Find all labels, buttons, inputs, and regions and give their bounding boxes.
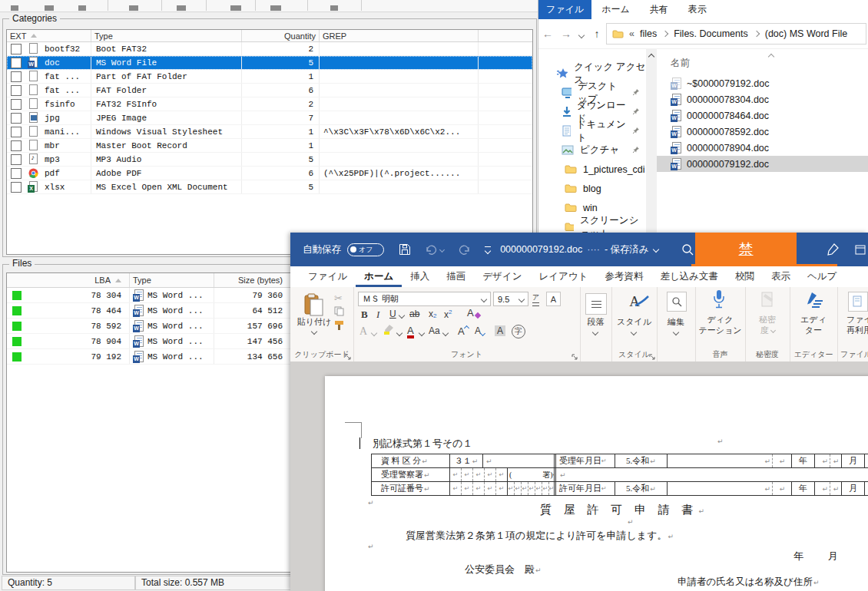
tab-insert[interactable]: 挿入 <box>402 266 438 287</box>
category-row[interactable]: jpg JPEG Image 7 <box>7 111 532 125</box>
up-icon[interactable]: ↑ <box>588 28 606 40</box>
ribbon-display-icon[interactable] <box>855 245 866 255</box>
checkbox[interactable] <box>11 44 22 54</box>
character-border-icon[interactable]: A <box>546 292 561 306</box>
sidebar-scrollbar[interactable] <box>646 48 657 233</box>
category-row[interactable]: fsinfo FAT32 FSInfo 2 <box>7 97 532 111</box>
file-list-item[interactable]: W 000000078304.doc <box>657 91 868 107</box>
tab-view[interactable]: 表示 <box>763 266 799 287</box>
highlight-color-icon[interactable] <box>383 324 394 334</box>
sensitivity-button[interactable] <box>760 291 775 309</box>
superscript-button[interactable]: x2 <box>444 309 452 320</box>
breadcrumb-item[interactable]: Files. Documents <box>674 28 748 39</box>
forward-icon[interactable]: → <box>557 28 575 40</box>
scroll-up-icon[interactable] <box>648 54 654 60</box>
format-painter-icon[interactable] <box>334 320 345 331</box>
explorer-tab-file[interactable]: ファイル <box>538 0 591 19</box>
checkbox[interactable] <box>11 154 22 165</box>
recent-locations-icon[interactable] <box>575 28 588 40</box>
paragraph-button[interactable] <box>585 293 607 315</box>
column-header-quantity[interactable]: Quantity <box>242 30 320 41</box>
sidebar-item-pictures[interactable]: ピクチャ <box>538 140 646 160</box>
checkbox[interactable] <box>11 99 22 110</box>
checkbox[interactable] <box>11 113 22 124</box>
tab-design[interactable]: デザイン <box>474 266 530 287</box>
toolbar-button-fragment[interactable] <box>230 5 241 11</box>
tab-home[interactable]: ホーム <box>356 266 402 287</box>
toolbar-button-fragment[interactable] <box>11 5 18 11</box>
file-list-item[interactable]: W 000000078464.doc <box>657 107 868 124</box>
sidebar-item-folder[interactable]: blog <box>538 179 646 198</box>
column-header-lba[interactable]: LBA <box>7 273 130 287</box>
chevron-down-icon[interactable] <box>631 329 637 335</box>
chevron-down-icon[interactable] <box>419 330 425 336</box>
font-size-combo[interactable]: 9.5 <box>493 292 528 306</box>
file-list-item-selected[interactable]: W 000000079192.doc <box>657 156 868 172</box>
text-effects-icon[interactable]: A <box>359 325 367 338</box>
font-name-combo[interactable]: ＭＳ 明朝 <box>358 292 491 306</box>
breadcrumb-item[interactable]: (doc) MS Word File <box>765 28 847 39</box>
column-header-type[interactable]: Type <box>130 273 214 287</box>
chevron-down-icon[interactable] <box>673 329 679 335</box>
chevron-down-icon[interactable] <box>442 330 449 336</box>
chevron-down-icon[interactable] <box>371 330 377 336</box>
toolbar-button-fragment[interactable] <box>78 5 86 11</box>
cut-icon[interactable]: ✂ <box>334 292 343 304</box>
checkbox[interactable] <box>11 182 22 193</box>
tab-draw[interactable]: 描画 <box>438 266 474 287</box>
find-button[interactable] <box>667 292 687 312</box>
editor-button[interactable] <box>804 290 824 312</box>
copy-icon[interactable] <box>334 306 344 316</box>
change-case-icon[interactable]: Aa <box>429 325 440 336</box>
column-header-ext[interactable]: EXT <box>7 30 91 41</box>
breadcrumb-collapsed[interactable]: « <box>629 28 634 39</box>
back-icon[interactable]: ← <box>538 28 557 40</box>
toolbar-button-fragment[interactable] <box>45 5 54 11</box>
character-shading-icon[interactable]: A <box>495 325 505 336</box>
file-list-item[interactable]: W 000000078592.doc <box>657 124 868 140</box>
chevron-down-icon[interactable] <box>592 329 598 335</box>
checkbox[interactable] <box>11 71 22 82</box>
checkbox[interactable] <box>11 58 22 68</box>
category-row[interactable]: bootf32 Boot FAT32 2 <box>7 42 532 56</box>
reuse-files-button[interactable] <box>848 292 868 312</box>
subscript-button[interactable]: x2 <box>429 309 436 319</box>
category-row[interactable]: fat ... Part of FAT Folder 1 <box>7 70 532 84</box>
clear-formatting-icon[interactable]: A <box>467 307 480 319</box>
styles-button[interactable]: A <box>622 290 647 313</box>
toolbar-button-fragment[interactable] <box>270 5 281 11</box>
tab-layout[interactable]: レイアウト <box>530 266 596 287</box>
category-row[interactable]: pdf Adobe PDF 6 (^\x25PDF)|(^.project...… <box>7 167 532 180</box>
italic-button[interactable]: I <box>376 309 379 321</box>
toolbar-button-fragment[interactable] <box>129 5 138 11</box>
underline-button[interactable]: U <box>389 309 396 319</box>
sidebar-item-folder[interactable]: 1_pictures_cdi <box>538 160 646 179</box>
checkbox[interactable] <box>11 168 22 179</box>
dialog-launcher-icon[interactable] <box>571 354 578 360</box>
sidebar-item-documents[interactable]: ドキュメント <box>538 121 646 140</box>
explorer-tab-share[interactable]: 共有 <box>640 0 678 19</box>
bold-button[interactable]: B <box>361 309 368 321</box>
toolbar-button-fragment[interactable] <box>330 5 338 11</box>
chevron-down-icon[interactable] <box>399 312 405 319</box>
checkbox[interactable] <box>11 85 22 96</box>
category-row[interactable]: mbr Master Boot Record 1 <box>7 139 532 153</box>
shrink-font-icon[interactable]: A <box>475 325 485 336</box>
ban-overlay[interactable]: 禁 <box>695 233 797 266</box>
chevron-down-icon[interactable] <box>396 330 403 336</box>
pen-icon[interactable] <box>826 243 840 256</box>
toolbar-button-fragment[interactable] <box>177 5 186 11</box>
category-row[interactable]: Xxlsx MS Excel Open XML Document 5 <box>7 180 532 194</box>
explorer-tab-view[interactable]: 表示 <box>678 0 717 19</box>
checkbox[interactable] <box>11 127 22 137</box>
category-row[interactable]: mani... Windows Visual Stylesheet 1 ^\x3… <box>7 125 532 139</box>
dialog-launcher-icon[interactable] <box>345 354 351 360</box>
breadcrumb-item[interactable]: files <box>640 28 657 39</box>
tab-help[interactable]: ヘルプ <box>799 266 845 287</box>
category-row[interactable]: fat ... FAT Folder 6 <box>7 84 532 97</box>
font-color-icon[interactable]: A <box>407 325 414 336</box>
category-row[interactable]: ♪mp3 MP3 Audio 5 <box>7 153 532 167</box>
column-header-type[interactable]: Type <box>91 30 242 41</box>
paste-button[interactable]: 貼り付け <box>297 291 332 335</box>
tab-file[interactable]: ファイル <box>300 266 356 287</box>
